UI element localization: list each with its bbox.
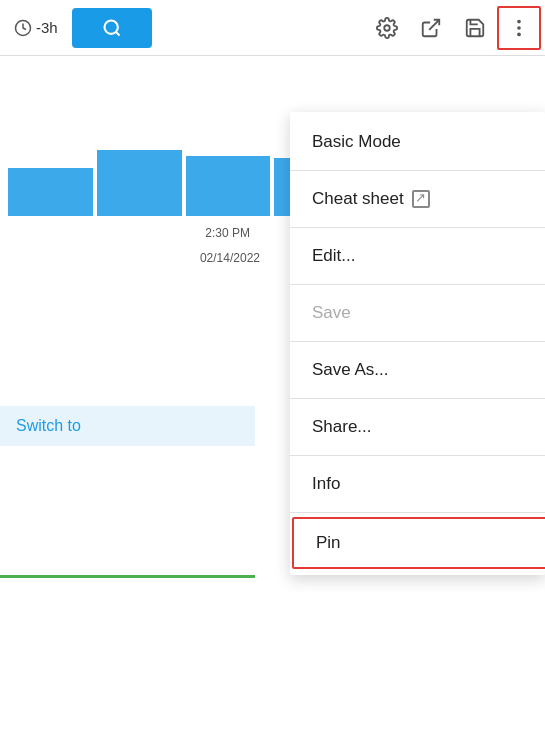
cheat-sheet-label: Cheat sheet <box>312 189 404 209</box>
bar-2 <box>97 150 182 216</box>
settings-icon <box>376 17 398 39</box>
svg-point-1 <box>104 20 117 33</box>
time-label: 2:30 PM <box>205 226 250 240</box>
toolbar-left: -3h <box>4 8 152 48</box>
svg-point-5 <box>517 19 521 23</box>
search-icon <box>102 18 122 38</box>
green-line <box>0 575 255 578</box>
svg-point-3 <box>384 25 390 31</box>
divider-7 <box>290 512 545 513</box>
divider-6 <box>290 455 545 456</box>
dropdown-menu: Basic Mode Cheat sheet Edit... Save Save… <box>290 112 545 575</box>
bar-3 <box>186 156 271 216</box>
switch-to-text[interactable]: Switch to <box>16 417 81 435</box>
time-range-label: -3h <box>36 19 58 36</box>
svg-line-2 <box>116 31 120 35</box>
menu-item-pin[interactable]: Pin <box>292 517 545 569</box>
svg-point-7 <box>517 32 521 36</box>
save-toolbar-button[interactable] <box>453 6 497 50</box>
search-button[interactable] <box>72 8 152 48</box>
edit-label: Edit... <box>312 246 355 266</box>
more-button[interactable] <box>497 6 541 50</box>
divider-4 <box>290 341 545 342</box>
export-button[interactable] <box>409 6 453 50</box>
divider-3 <box>290 284 545 285</box>
menu-item-save-as[interactable]: Save As... <box>290 346 545 394</box>
menu-item-edit[interactable]: Edit... <box>290 232 545 280</box>
bar-1 <box>8 168 93 216</box>
divider-5 <box>290 398 545 399</box>
svg-point-6 <box>517 26 521 30</box>
menu-item-info[interactable]: Info <box>290 460 545 508</box>
divider-2 <box>290 227 545 228</box>
external-link-icon <box>412 190 430 208</box>
settings-button[interactable] <box>365 6 409 50</box>
menu-item-share[interactable]: Share... <box>290 403 545 451</box>
more-vertical-icon <box>508 17 530 39</box>
share-label: Share... <box>312 417 372 437</box>
divider-1 <box>290 170 545 171</box>
save-icon <box>464 17 486 39</box>
time-range-button[interactable]: -3h <box>4 13 68 43</box>
date-label: 02/14/2022 <box>200 251 260 265</box>
basic-mode-label: Basic Mode <box>312 132 401 152</box>
pin-label: Pin <box>316 533 341 553</box>
main-content: 2:30 PM 02/14/2022 Switch to Basic Mode … <box>0 56 545 738</box>
menu-item-basic-mode[interactable]: Basic Mode <box>290 118 545 166</box>
clock-icon <box>14 19 32 37</box>
menu-item-save: Save <box>290 289 545 337</box>
export-icon <box>420 17 442 39</box>
save-label: Save <box>312 303 351 323</box>
switch-to-row[interactable]: Switch to <box>0 406 255 446</box>
toolbar-right <box>365 6 541 50</box>
toolbar: -3h <box>0 0 545 56</box>
menu-item-cheat-sheet[interactable]: Cheat sheet <box>290 175 545 223</box>
svg-line-4 <box>429 19 439 29</box>
save-as-label: Save As... <box>312 360 389 380</box>
info-label: Info <box>312 474 340 494</box>
